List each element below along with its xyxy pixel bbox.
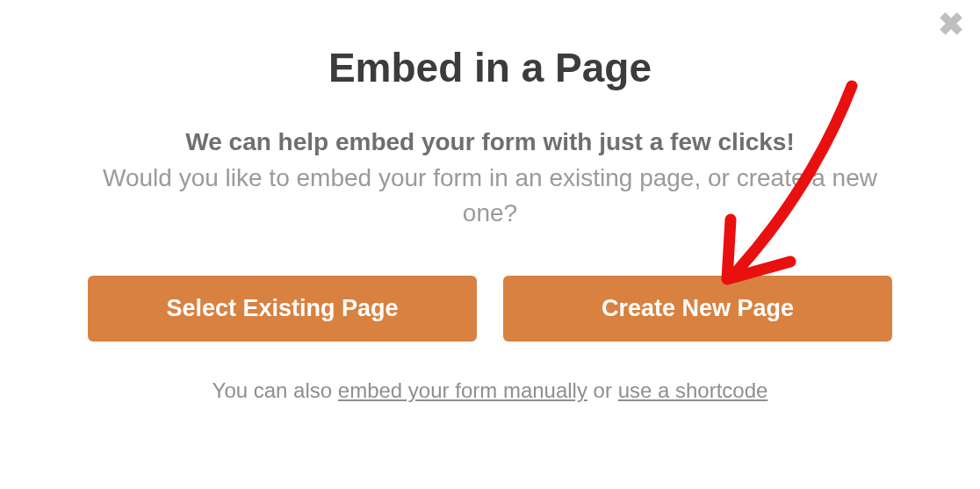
embed-manually-link[interactable]: embed your form manually [338, 378, 587, 402]
close-icon[interactable]: ✖ [938, 9, 964, 40]
help-text-bold: We can help embed your form with just a … [88, 125, 892, 161]
use-shortcode-link[interactable]: use a shortcode [618, 378, 768, 402]
footer-prefix: You can also [213, 378, 338, 402]
create-new-page-button[interactable]: Create New Page [503, 276, 892, 342]
modal-title: Embed in a Page [88, 44, 892, 91]
help-text: We can help embed your form with just a … [88, 125, 892, 232]
button-row: Select Existing Page Create New Page [88, 276, 892, 342]
footer-or: or [587, 378, 618, 402]
footer-text: You can also embed your form manually or… [88, 378, 892, 403]
help-text-regular: Would you like to embed your form in an … [88, 161, 892, 232]
select-existing-page-button[interactable]: Select Existing Page [88, 276, 477, 342]
embed-modal: ✖ Embed in a Page We can help embed your… [0, 0, 980, 489]
